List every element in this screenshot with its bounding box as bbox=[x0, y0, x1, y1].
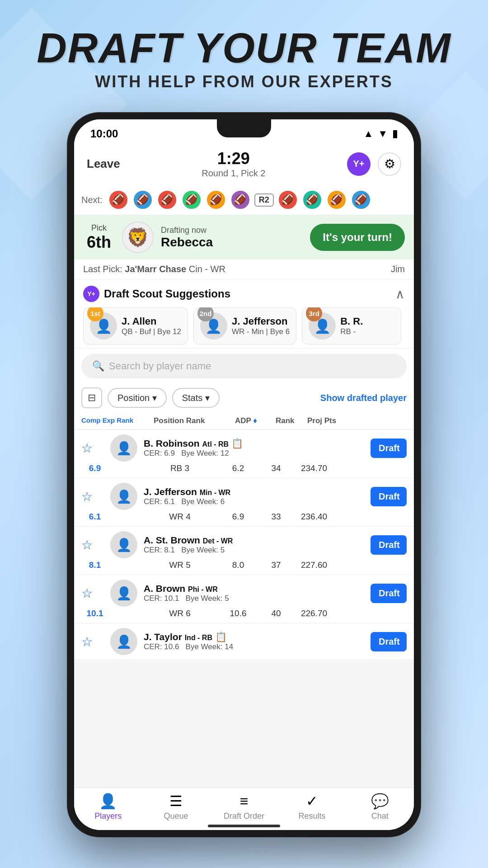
helmet-4: 🏈 bbox=[181, 189, 202, 210]
chat-icon: 💬 bbox=[371, 793, 389, 810]
yplus-button[interactable]: Y+ bbox=[347, 152, 371, 176]
rank-2: 33 bbox=[260, 512, 292, 522]
helmet-1: 🏈 bbox=[108, 189, 129, 210]
drafting-info: Drafting now Rebecca bbox=[161, 226, 303, 250]
nav-item-chat[interactable]: 💬 Chat bbox=[346, 793, 414, 821]
pick-label: Pick bbox=[83, 223, 115, 233]
player-row: ☆ 👤 A. St. Brown Det - WR CER: 8.1 Bye W… bbox=[74, 527, 414, 575]
collapse-button[interactable]: ∧ bbox=[395, 287, 405, 302]
star-icon-4[interactable]: ☆ bbox=[81, 586, 108, 601]
player-name-info-4: A. Brown Phi - WR CER: 10.1 Bye Week: 5 bbox=[144, 583, 250, 603]
draft-button-1[interactable]: Draft bbox=[371, 439, 407, 458]
search-input[interactable]: Search by player name bbox=[109, 360, 211, 372]
nav-item-players[interactable]: 👤 Players bbox=[74, 793, 142, 821]
helmet-8: 🏈 bbox=[302, 189, 323, 210]
helmet-5: 🏈 bbox=[206, 189, 226, 210]
player-name-info-1: B. Robinson Atl - RB 📋 CER: 6.9 Bye Week… bbox=[144, 438, 250, 458]
player-thumb-1: 👤 bbox=[110, 434, 137, 462]
player-row: ☆ 👤 J. Jefferson Min - WR CER: 6.1 Bye W… bbox=[74, 478, 414, 527]
scout-player-pos-2: WR - Min | Bye 6 bbox=[232, 327, 290, 336]
page-subtitle: WITH HELP FROM OUR EXPERTS bbox=[0, 72, 488, 91]
player-thumb-4: 👤 bbox=[110, 580, 137, 607]
players-list: ☆ 👤 B. Robinson Atl - RB 📋 CER: 6.9 Bye … bbox=[74, 430, 414, 660]
stats-filter[interactable]: Stats ▾ bbox=[172, 388, 220, 408]
scout-card-2[interactable]: 2nd 👤 J. Jefferson WR - Min | Bye 6 bbox=[193, 307, 296, 344]
scout-section: Y+ Draft Scout Suggestions ∧ 1st 👤 J. Al… bbox=[74, 279, 414, 348]
last-pick-user: Jim bbox=[391, 264, 405, 274]
scout-player-info-2: J. Jefferson WR - Min | Bye 6 bbox=[232, 316, 290, 336]
battery-icon: ▮ bbox=[392, 128, 398, 140]
star-icon-5[interactable]: ☆ bbox=[81, 634, 108, 649]
nav-label-queue: Queue bbox=[164, 811, 188, 821]
draft-button-5[interactable]: Draft bbox=[371, 632, 407, 651]
filter-row: ⊟ Position ▾ Stats ▾ Show drafted player bbox=[74, 383, 414, 413]
leave-button[interactable]: Leave bbox=[87, 157, 120, 171]
draft-button-3[interactable]: Draft bbox=[371, 535, 407, 555]
settings-button[interactable]: ⚙ bbox=[378, 152, 401, 176]
last-pick-bar: Last Pick: Ja'Marr Chase Cin - WR Jim bbox=[74, 259, 414, 279]
player-cer-5: CER: 10.6 Bye Week: 14 bbox=[144, 642, 250, 651]
pick-section: Pick 6th 🦁 Drafting now Rebecca It's you… bbox=[74, 215, 414, 259]
draft-button-4[interactable]: Draft bbox=[371, 584, 407, 603]
status-icons: ▲ ▼ ▮ bbox=[363, 128, 398, 140]
nav-item-results[interactable]: ✓ Results bbox=[278, 793, 346, 821]
scout-card-3[interactable]: 3rd 👤 B. R. RB - bbox=[302, 307, 401, 344]
table-header: Comp Exp Rank Position Rank ADP ♦ Rank P… bbox=[74, 413, 414, 430]
nav-item-draft-order[interactable]: ≡ Draft Order bbox=[210, 793, 278, 821]
round-info: Round 1, Pick 2 bbox=[202, 168, 265, 179]
player-cer-1: CER: 6.9 Bye Week: 12 bbox=[144, 449, 250, 458]
star-icon-2[interactable]: ☆ bbox=[81, 489, 108, 504]
your-turn-button[interactable]: It's your turn! bbox=[310, 224, 405, 251]
cer-score-2: 6.1 bbox=[81, 512, 108, 522]
cer-score-1: 6.9 bbox=[81, 463, 108, 473]
timer-section: 1:29 Round 1, Pick 2 bbox=[202, 149, 265, 179]
helmet-7: 🏈 bbox=[277, 189, 298, 210]
player-name-4: A. Brown Phi - WR bbox=[144, 583, 250, 594]
search-icon: 🔍 bbox=[92, 360, 104, 372]
helmet-3: 🏈 bbox=[157, 189, 178, 210]
pos-rank-4: WR 6 bbox=[144, 609, 216, 618]
player-row: ☆ 👤 B. Robinson Atl - RB 📋 CER: 6.9 Bye … bbox=[74, 430, 414, 478]
header-icons: Y+ ⚙ bbox=[347, 152, 401, 176]
results-icon: ✓ bbox=[306, 793, 318, 810]
helmet-6: 🏈 bbox=[230, 189, 251, 210]
col-rank: Rank bbox=[276, 416, 307, 425]
signal-icon: ▲ bbox=[363, 128, 373, 140]
scout-player-name-2: J. Jefferson bbox=[232, 316, 290, 327]
phone-frame: 10:00 ▲ ▼ ▮ Leave 1:29 Round 1, Pick 2 Y… bbox=[68, 113, 420, 836]
filter-icon-button[interactable]: ⊟ bbox=[81, 387, 102, 408]
players-icon: 👤 bbox=[99, 793, 117, 810]
drafter-name: Rebecca bbox=[161, 235, 303, 250]
helmet-10: 🏈 bbox=[351, 189, 371, 210]
star-icon-1[interactable]: ☆ bbox=[81, 441, 108, 456]
show-drafted-button[interactable]: Show drafted player bbox=[320, 393, 407, 403]
page-title: DRAFT YOUR TEAM bbox=[0, 27, 488, 69]
draft-button-2[interactable]: Draft bbox=[371, 487, 407, 506]
scout-title: Draft Scout Suggestions bbox=[104, 288, 230, 300]
adp-1: 6.2 bbox=[218, 463, 258, 473]
position-filter[interactable]: Position ▾ bbox=[108, 388, 167, 408]
player-row: ☆ 👤 J. Taylor Ind - RB 📋 CER: 10.6 Bye W… bbox=[74, 623, 414, 660]
player-thumb-2: 👤 bbox=[110, 483, 137, 510]
scout-player-name-1: J. Allen bbox=[122, 316, 181, 327]
scout-card-1[interactable]: 1st 👤 J. Allen QB - Buf | Bye 12 bbox=[83, 307, 188, 344]
cer-score-4: 10.1 bbox=[81, 609, 108, 618]
nav-item-queue[interactable]: ☰ Queue bbox=[142, 793, 210, 821]
wifi-icon: ▼ bbox=[378, 128, 388, 140]
star-icon-3[interactable]: ☆ bbox=[81, 538, 108, 552]
draft-order-row: Next: 🏈 🏈 🏈 🏈 🏈 🏈 R2 🏈 🏈 🏈 🏈 bbox=[74, 185, 414, 215]
player-name-2: J. Jefferson Min - WR bbox=[144, 486, 250, 497]
search-bar[interactable]: 🔍 Search by player name bbox=[81, 354, 407, 378]
player-name-info-2: J. Jefferson Min - WR CER: 6.1 Bye Week:… bbox=[144, 486, 250, 506]
player-name-5: J. Taylor Ind - RB 📋 bbox=[144, 632, 250, 642]
rank-4: 40 bbox=[260, 609, 292, 618]
draft-timer: 1:29 bbox=[202, 149, 265, 168]
nav-label-chat: Chat bbox=[371, 811, 389, 821]
player-cer-2: CER: 6.1 Bye Week: 6 bbox=[144, 497, 250, 506]
queue-icon: ☰ bbox=[169, 793, 183, 810]
col-proj-pts: Proj Pts bbox=[307, 416, 348, 425]
search-section: 🔍 Search by player name bbox=[74, 348, 414, 383]
scout-player-info-1: J. Allen QB - Buf | Bye 12 bbox=[122, 316, 181, 336]
draft-order-icon: ≡ bbox=[240, 793, 249, 810]
col-adp: ADP ♦ bbox=[235, 416, 276, 425]
